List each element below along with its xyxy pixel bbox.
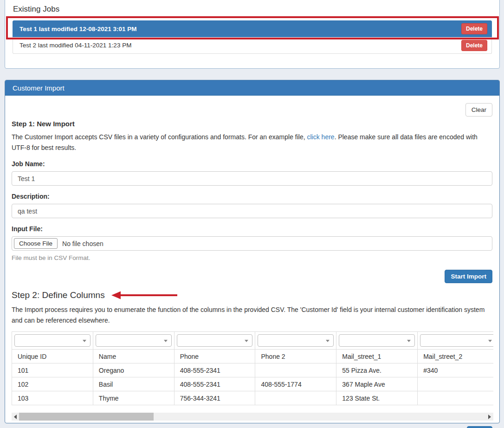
job-row-test1[interactable]: Test 1 last modified 12-08-2021 3:01 PM …: [13, 20, 492, 37]
table-row: 101 Oregano 408-555-2341 55 Pizza Ave. #…: [12, 363, 494, 377]
scrollbar-thumb[interactable]: [19, 413, 154, 421]
input-file-label: Input File:: [12, 225, 492, 233]
job-label: Test 1 last modified 12-08-2021 3:01 PM: [19, 26, 461, 32]
column-mapping-table-wrap: Unique ID Name Phone Phone 2 Mail_street…: [12, 331, 493, 405]
customer-import-header: Customer Import: [5, 80, 499, 96]
start-import-row: Start Import: [12, 270, 492, 283]
column-header: Phone 2: [255, 350, 336, 363]
table-cell: Thyme: [93, 391, 174, 405]
chevron-down-icon: [164, 340, 168, 342]
description-label: Description:: [12, 193, 492, 200]
existing-jobs-panel: Existing Jobs Test 1 last modified 12-08…: [5, 0, 500, 69]
csv-format-hint: File must be in CSV Format.: [12, 254, 492, 261]
header-row: Unique ID Name Phone Phone 2 Mail_street…: [12, 350, 494, 363]
column-type-select[interactable]: [258, 334, 334, 347]
file-status-text: No file chosen: [62, 240, 103, 247]
table-cell: #340: [418, 363, 493, 377]
choose-file-button[interactable]: Choose File: [14, 238, 58, 249]
delete-job-button[interactable]: Delete: [461, 23, 487, 34]
column-header: Mail_street_1: [336, 350, 418, 363]
chevron-down-icon: [83, 340, 86, 342]
column-type-select[interactable]: [339, 334, 415, 347]
column-header: Unique ID: [12, 350, 93, 363]
column-mapping-table: Unique ID Name Phone Phone 2 Mail_street…: [12, 331, 493, 405]
chevron-down-icon: [326, 340, 330, 342]
job-label: Test 2 last modified 04-11-2021 1:23 PM: [19, 42, 461, 49]
file-input[interactable]: Choose File No file chosen: [12, 236, 492, 251]
horizontal-scrollbar[interactable]: [12, 413, 493, 421]
column-type-select[interactable]: [14, 334, 90, 347]
column-header: Mail_street_2: [418, 350, 493, 363]
annotation-arrow-icon: [111, 291, 177, 299]
table-row: 102 Basil 408-555-2341 408-555-1774 367 …: [12, 377, 494, 391]
scroll-right-icon[interactable]: [488, 415, 491, 419]
table-cell: 101: [12, 363, 93, 377]
table-cell: 123 State St.: [336, 391, 418, 405]
table-cell: [418, 377, 493, 391]
clear-button[interactable]: Clear: [465, 103, 492, 117]
description-input[interactable]: [12, 204, 492, 218]
column-select-row: [12, 332, 494, 350]
table-cell: [255, 363, 336, 377]
chevron-down-icon: [488, 340, 492, 342]
column-type-select[interactable]: [177, 334, 253, 347]
intro-text-before: The Customer Import accepts CSV files in…: [12, 133, 307, 141]
table-cell: Oregano: [93, 363, 174, 377]
toolbar-row: Clear: [12, 103, 492, 117]
delete-job-button[interactable]: Delete: [461, 40, 487, 51]
job-name-label: Job Name:: [12, 160, 492, 168]
step2-heading: Step 2: Define Columns: [12, 290, 105, 300]
chevron-down-icon: [245, 340, 248, 342]
table-cell: [255, 391, 336, 405]
jobs-list: Test 1 last modified 12-08-2021 3:01 PM …: [13, 20, 492, 54]
column-type-select[interactable]: [96, 334, 172, 347]
existing-jobs-title: Existing Jobs: [5, 0, 499, 14]
column-header: Phone: [174, 350, 255, 363]
chevron-down-icon: [407, 340, 411, 342]
table-cell: 102: [12, 377, 93, 391]
table-cell: 103: [12, 391, 93, 405]
table-cell: Basil: [93, 377, 174, 391]
table-cell: 756-344-3241: [174, 391, 255, 405]
customer-import-body: Clear Step 1: New Import The Customer Im…: [5, 96, 499, 428]
table-cell: [418, 391, 493, 405]
table-cell: 367 Maple Ave: [336, 377, 418, 391]
start-import-button[interactable]: Start Import: [445, 270, 492, 283]
job-row-test2[interactable]: Test 2 last modified 04-11-2021 1:23 PM …: [13, 37, 492, 54]
customer-import-panel: Customer Import Clear Step 1: New Import…: [5, 80, 500, 423]
step2-intro: The Import process requires you to enume…: [12, 305, 492, 326]
table-cell: 408-555-2341: [174, 363, 255, 377]
job-name-input[interactable]: [12, 171, 492, 186]
page: Existing Jobs Test 1 last modified 12-08…: [0, 0, 504, 428]
next-row: Next: [12, 426, 492, 428]
table-cell: 408-555-2341: [174, 377, 255, 391]
step1-heading: Step 1: New Import: [12, 120, 492, 128]
column-header: Name: [93, 350, 174, 363]
step2-heading-row: Step 2: Define Columns: [12, 290, 492, 300]
table-row: 103 Thyme 756-344-3241 123 State St.: [12, 391, 494, 405]
table-cell: 55 Pizza Ave.: [336, 363, 418, 377]
table-cell: 408-555-1774: [255, 377, 336, 391]
example-file-link[interactable]: click here: [307, 133, 335, 141]
next-button[interactable]: Next: [467, 426, 492, 428]
scroll-left-icon[interactable]: [14, 415, 17, 419]
column-type-select[interactable]: [420, 334, 493, 347]
step1-intro: The Customer Import accepts CSV files in…: [12, 132, 492, 153]
